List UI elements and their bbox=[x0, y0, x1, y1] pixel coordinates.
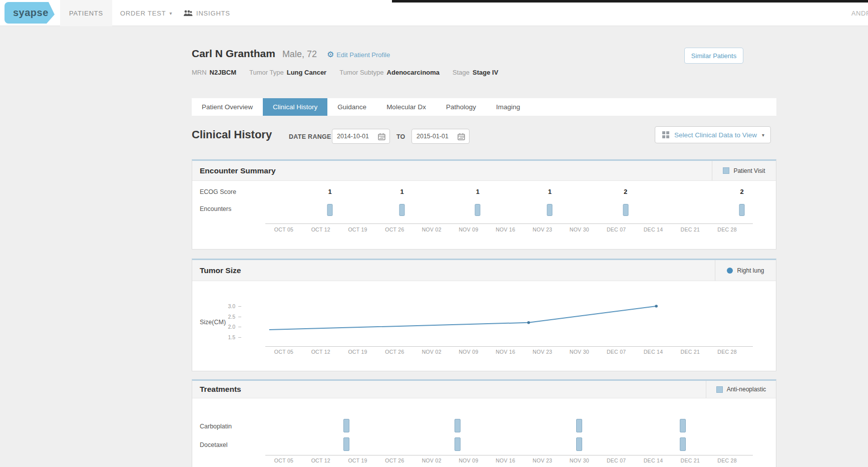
tumor-y-tick-label: 3.0 bbox=[218, 303, 235, 309]
select-clinical-data-button[interactable]: Select Clinical Data to View ▾ bbox=[655, 126, 771, 143]
chevron-down-icon: ▾ bbox=[762, 132, 764, 138]
tumor-type-value: Lung Cancer bbox=[287, 69, 326, 76]
nav-order-test[interactable]: ORDER TEST ▾ bbox=[111, 0, 181, 26]
page-title: Clinical History bbox=[192, 128, 272, 141]
encounter-marker[interactable] bbox=[327, 204, 333, 216]
date-range-label: DATE RANGE bbox=[289, 133, 331, 140]
video-scrubber-artifact bbox=[392, 0, 868, 3]
tick-label: NOV 23 bbox=[533, 457, 552, 463]
ecog-value: 1 bbox=[328, 188, 332, 195]
tab-clinical-history[interactable]: Clinical History bbox=[263, 98, 327, 116]
nav-patients-label: PATIENTS bbox=[69, 10, 103, 17]
tumor-y-tick-dash bbox=[238, 337, 241, 338]
tumor-size-card: Tumor Size Right lung Size(CM) 3.02.52.0… bbox=[192, 259, 776, 371]
tab-imaging[interactable]: Imaging bbox=[486, 98, 530, 116]
tick-label: NOV 02 bbox=[422, 457, 442, 463]
tick-label: OCT 12 bbox=[311, 226, 330, 232]
tab-patient-overview[interactable]: Patient Overview bbox=[192, 98, 263, 116]
ecog-value: 1 bbox=[400, 188, 404, 195]
tick-label: NOV 30 bbox=[570, 457, 589, 463]
docetaxel-treatment-marker[interactable] bbox=[680, 437, 686, 451]
tick-label: DEC 14 bbox=[644, 457, 663, 463]
tick-label: NOV 02 bbox=[422, 349, 442, 355]
treatments-title: Treatments bbox=[192, 385, 241, 394]
docetaxel-row-label: Docetaxel bbox=[200, 441, 228, 448]
logo-text: syapse bbox=[5, 7, 49, 19]
edit-patient-profile-link[interactable]: ⚙ Edit Patient Profile bbox=[327, 51, 390, 59]
mrn-label: MRN bbox=[192, 69, 207, 76]
tumor-timeline: OCT 05OCT 12OCT 19OCT 26NOV 02NOV 09NOV … bbox=[265, 260, 753, 371]
tick-label: NOV 16 bbox=[496, 457, 515, 463]
carboplatin-treatment-marker[interactable] bbox=[680, 419, 686, 432]
stage-label: Stage bbox=[453, 69, 470, 76]
select-clinical-data-label: Select Clinical Data to View bbox=[669, 131, 762, 139]
user-menu[interactable]: ANDR bbox=[851, 0, 868, 26]
tick-label: DEC 21 bbox=[681, 349, 700, 355]
nav-insights-label: INSIGHTS bbox=[196, 10, 230, 17]
ecog-value: 2 bbox=[740, 188, 743, 195]
nav-order-test-label: ORDER TEST bbox=[120, 10, 166, 17]
people-icon bbox=[183, 10, 193, 17]
syapse-logo[interactable]: syapse bbox=[5, 2, 55, 24]
tick-label: DEC 21 bbox=[681, 226, 700, 232]
tick-label: DEC 07 bbox=[607, 457, 626, 463]
tick-label: NOV 09 bbox=[459, 349, 478, 355]
nav-patients[interactable]: PATIENTS bbox=[60, 0, 112, 26]
carboplatin-treatment-marker[interactable] bbox=[455, 419, 461, 432]
patient-name: Carl N Grantham bbox=[192, 48, 275, 60]
stage-value: Stage IV bbox=[473, 69, 498, 76]
edit-patient-profile-label: Edit Patient Profile bbox=[336, 51, 390, 59]
encounter-axis-line bbox=[265, 223, 753, 224]
tick-label: OCT 05 bbox=[274, 226, 293, 232]
tick-label: NOV 23 bbox=[533, 226, 552, 232]
docetaxel-treatment-marker[interactable] bbox=[343, 437, 349, 451]
tick-label: OCT 19 bbox=[348, 349, 367, 355]
tick-label: NOV 30 bbox=[570, 226, 589, 232]
tick-label: OCT 26 bbox=[385, 226, 404, 232]
tick-label: DEC 07 bbox=[607, 349, 626, 355]
tumor-type-label: Tumor Type bbox=[249, 69, 284, 76]
encounter-marker[interactable] bbox=[623, 204, 628, 216]
tumor-subtype-label: Tumor Subtype bbox=[339, 69, 383, 76]
tick-label: DEC 21 bbox=[681, 457, 700, 463]
tick-label: OCT 12 bbox=[311, 457, 330, 463]
encounter-marker[interactable] bbox=[739, 204, 745, 216]
tick-label: DEC 28 bbox=[717, 457, 737, 463]
encounter-marker[interactable] bbox=[475, 204, 481, 216]
ecog-value: 1 bbox=[548, 188, 552, 195]
ecog-value: 2 bbox=[624, 188, 627, 195]
encounter-summary-card: Encounter Summary Patient Visit ECOG Sco… bbox=[192, 159, 776, 250]
encounter-marker[interactable] bbox=[399, 204, 405, 216]
patient-header: Carl N Grantham Male, 72 ⚙ Edit Patient … bbox=[192, 48, 390, 60]
encounter-marker[interactable] bbox=[547, 204, 553, 216]
treatments-axis-line bbox=[265, 455, 753, 455]
tab-guidance[interactable]: Guidance bbox=[327, 98, 376, 116]
tab-pathology[interactable]: Pathology bbox=[436, 98, 486, 116]
similar-patients-button[interactable]: Similar Patients bbox=[684, 48, 743, 64]
tab-molecular-dx[interactable]: Molecular Dx bbox=[376, 98, 436, 116]
mrn-value: N2JBCM bbox=[210, 69, 236, 76]
username: ANDR bbox=[851, 10, 868, 17]
tick-label: OCT 05 bbox=[274, 349, 293, 355]
docetaxel-treatment-marker[interactable] bbox=[576, 437, 582, 451]
tumor-subtype-value: Adenocarcinoma bbox=[387, 69, 440, 76]
treatments-timeline: OCT 05OCT 12OCT 19OCT 26NOV 02NOV 09NOV … bbox=[265, 381, 753, 467]
calendar-icon[interactable] bbox=[458, 133, 465, 140]
encounter-summary-title: Encounter Summary bbox=[192, 166, 276, 175]
ecog-value: 1 bbox=[476, 188, 480, 195]
ecog-score-row-label: ECOG Score bbox=[200, 188, 236, 195]
tumor-y-tick-label: 2.0 bbox=[218, 324, 235, 330]
grid-icon bbox=[662, 131, 669, 138]
nav-insights[interactable]: INSIGHTS bbox=[174, 0, 239, 26]
tick-label: NOV 30 bbox=[570, 349, 589, 355]
carboplatin-treatment-marker[interactable] bbox=[343, 419, 349, 432]
tick-label: NOV 23 bbox=[533, 349, 552, 355]
calendar-icon[interactable] bbox=[378, 133, 385, 140]
tick-label: OCT 05 bbox=[274, 457, 293, 463]
docetaxel-treatment-marker[interactable] bbox=[455, 437, 461, 451]
gear-icon: ⚙ bbox=[327, 51, 334, 59]
carboplatin-treatment-marker[interactable] bbox=[576, 419, 582, 432]
encounters-row-label: Encounters bbox=[200, 205, 231, 212]
to-label: TO bbox=[396, 133, 405, 140]
tumor-y-tick-dash bbox=[238, 317, 241, 317]
